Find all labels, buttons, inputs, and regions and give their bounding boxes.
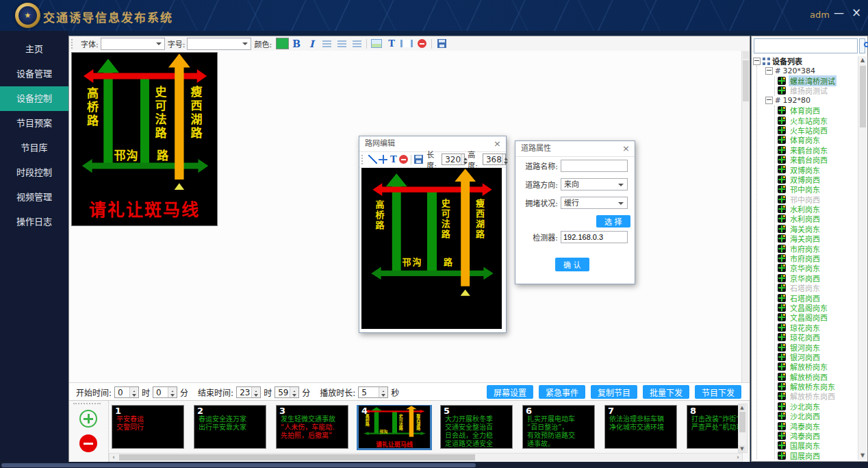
minimize-icon[interactable]: — [834,7,844,19]
tree-device-item[interactable]: 水利岗东 [778,204,859,214]
tree-device-item[interactable]: 解放桥岗西 [778,372,859,382]
action-button[interactable]: 批量下发 [643,385,689,399]
insert-image-button[interactable] [370,38,383,50]
program-thumb[interactable]: 4 高桥路 史可法路 瘦西湖路 [358,405,431,449]
scrollbar-thumb[interactable] [739,412,745,432]
add-program-button[interactable] [79,410,97,428]
scroll-left-arrow[interactable]: ‹ [110,454,118,460]
close-icon[interactable]: × [852,5,861,19]
insert-text-button[interactable]: T [385,38,398,50]
italic-button[interactable]: I [305,38,318,50]
tree-device-item[interactable]: 邗中岗东 [778,184,859,194]
sidebar-item[interactable]: 设备管理 [0,62,68,86]
road-network-canvas[interactable]: 高桥路 史可法路 瘦西湖路 邗沟 路 请礼让斑马线 [361,168,502,329]
thumbs-vertical-scrollbar[interactable]: ▲ ▼ [738,404,748,453]
search-input[interactable] [754,38,858,53]
tree-device-item[interactable]: 解放桥东岗东 [778,382,859,391]
size-select[interactable] [187,38,251,50]
sidebar-item[interactable]: 节目预案 [0,111,68,136]
scrollbar-thumb[interactable] [743,60,749,101]
scroll-up-arrow[interactable]: ▲ [858,56,867,64]
tree-device-item[interactable]: 国展岗西 [778,451,859,460]
height-spinner[interactable]: 368 [483,153,506,165]
tree-device-item[interactable]: 水利岗西 [778,214,859,223]
tree-device-item[interactable]: 国展岗东 [778,441,859,450]
dialog-titlebar[interactable]: 道路属性 × [515,141,635,157]
move-button[interactable] [379,153,387,166]
search-button[interactable] [859,38,865,53]
tree-device-item[interactable]: 解放桥岗东 [778,362,859,371]
program-thumb[interactable]: 3 发生轻微交通事故“人未伤，车能动.先拍照，后撤离” 高桥路 史可法路 [276,405,348,449]
end-minute-spinner[interactable]: 59 [275,386,299,398]
tree-device-item[interactable]: 琼花岗西 [778,332,859,342]
scrollbar-thumb[interactable] [1,463,476,467]
tree-device-item[interactable]: 双博岗西 [778,175,859,184]
start-minute-spinner[interactable]: 0 [153,386,177,398]
tree-device-item[interactable]: 解放桥东岗西 [778,391,859,401]
tree-device-item[interactable]: 京华岗西 [778,273,859,283]
tree-device-item[interactable]: 鸿泰岗东 [778,421,859,430]
align-center-button[interactable] [335,38,348,50]
tree-device-item[interactable]: 体育岗东 [778,135,859,145]
length-spinner[interactable]: 320 [442,153,465,165]
start-hour-spinner[interactable]: 0 [114,386,139,398]
sidebar-item[interactable]: 时段控制 [0,160,68,185]
tree-device-item[interactable]: 邗中岗西 [778,194,859,204]
road-name-input[interactable] [561,160,628,172]
tree-device-item[interactable]: 银河岗东 [778,342,859,352]
tree-device-item[interactable]: 海关岗东 [778,224,859,234]
select-button[interactable]: 选 择 [596,215,630,227]
text-button[interactable]: T [389,153,398,166]
program-thumb[interactable]: 5 大力开展秋冬季交通安全整治百日会战，全力稳定道路交通安全形势！ 高桥路 史可… [440,405,513,449]
scrollbar-thumb[interactable] [119,454,475,460]
canvas-vertical-scrollbar[interactable] [741,51,750,382]
confirm-button[interactable]: 确 认 [555,258,589,271]
tree-device-item[interactable]: 螺丝湾桥测试 [778,76,859,86]
close-icon[interactable]: × [622,141,630,156]
tree-device-item[interactable]: 火车站岗西 [778,125,859,135]
tree-device-item[interactable]: 石塔岗东 [778,283,859,293]
tree-device-item[interactable]: 沙北岗东 [778,402,859,411]
tree-device-item[interactable]: 银河岗西 [778,352,859,362]
delete-button[interactable] [399,153,408,166]
tree-device-item[interactable]: 京华岗东 [778,263,859,273]
scroll-right-arrow[interactable]: › [734,454,742,460]
action-button[interactable]: 紧急事件 [539,385,585,399]
action-button[interactable]: 复制节目 [591,385,637,399]
tree-device-item[interactable]: 火车站岗东 [778,115,859,125]
sidebar-item[interactable]: 操作日志 [0,210,68,234]
thumbs-horizontal-scrollbar[interactable]: ‹ › [109,453,743,463]
end-hour-spinner[interactable]: 23 [236,386,261,398]
action-button[interactable]: 节目下发 [695,385,741,399]
sidebar-item[interactable]: 节目库 [0,136,68,160]
tree-device-item[interactable]: 来鹤台岗西 [778,155,859,164]
sidebar-item[interactable]: 视频管理 [0,185,68,210]
tree-group[interactable]: # 320*384 [765,66,859,75]
action-button[interactable]: 屏幕设置 [487,385,533,399]
duration-spinner[interactable]: 5 [358,386,388,398]
tree-device-item[interactable]: 海关岗西 [778,234,859,243]
tree-device-item[interactable]: 文昌阁岗东 [778,303,859,312]
program-thumb[interactable]: 1 平安春运交警同行 高桥路 史可法路 瘦西湖路 [112,405,184,449]
tree-device-item[interactable]: 维扬岗测试 [778,86,859,95]
scroll-down-arrow[interactable]: ▼ [739,445,745,452]
collapse-icon[interactable] [765,67,773,75]
save-button[interactable] [414,153,423,166]
collapse-icon[interactable] [753,58,761,65]
tree-device-item[interactable]: 体育岗西 [778,106,859,115]
tree-device-item[interactable]: 市府岗东 [778,243,859,253]
scroll-up-arrow[interactable]: ▲ [739,404,745,411]
program-thumb[interactable]: 7 依法治理非标车辆净化城市交通环境 高桥路 史可法路 瘦西 [604,405,677,449]
tree-device-item[interactable]: 来鹤台岗东 [778,145,859,155]
sidebar-item[interactable]: 设备控制 [0,86,68,111]
led-sign-preview[interactable]: 高桥路 史可法路 瘦西湖路 邗沟 路 请礼让斑马线 [71,52,218,226]
tree-device-item[interactable]: 石塔岗西 [778,293,859,302]
scroll-down-arrow[interactable]: ▼ [858,452,867,460]
program-thumb[interactable]: 6 扎实开展电动车“百日整治”，有效预防道路交通事故。 高桥路 史可法路 [522,405,595,449]
green-middle-road[interactable] [427,188,436,273]
page-horizontal-scrollbar[interactable] [0,462,868,468]
align-left-button[interactable] [320,38,333,50]
program-thumb[interactable]: 8 打击改装“炸街”严查严处“机动车 高桥路 史可法路 瘦西 [687,405,740,449]
tree-root[interactable]: 设备列表 [753,56,859,66]
columns-button[interactable] [400,38,413,50]
